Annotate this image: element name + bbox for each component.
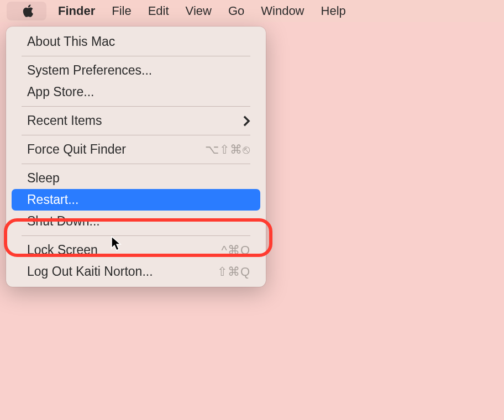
menubar-item-edit[interactable]: Edit	[140, 4, 177, 18]
menu-divider	[22, 164, 250, 164]
menu-item-app-store[interactable]: App Store...	[12, 81, 260, 103]
menubar-item-go[interactable]: Go	[220, 4, 253, 18]
apple-menu-button[interactable]	[7, 2, 46, 20]
menu-item-label: App Store...	[27, 85, 94, 99]
menubar: Finder File Edit View Go Window Help	[0, 0, 504, 22]
menubar-item-file[interactable]: File	[103, 4, 139, 18]
menubar-item-window[interactable]: Window	[253, 4, 312, 18]
menubar-item-view[interactable]: View	[177, 4, 220, 18]
chevron-right-icon	[243, 115, 250, 127]
menu-item-label: Shut Down...	[27, 214, 100, 229]
menu-shortcut: ⇧⌘Q	[217, 265, 250, 279]
menu-item-shut-down[interactable]: Shut Down...	[12, 211, 260, 232]
menubar-item-help[interactable]: Help	[313, 4, 354, 18]
apple-menu-dropdown: About This Mac System Preferences... App…	[6, 27, 266, 287]
menu-item-lock-screen[interactable]: Lock Screen ^⌘Q	[12, 239, 260, 261]
menu-divider	[22, 56, 250, 56]
menu-shortcut: ⌥⇧⌘⎋	[205, 143, 250, 157]
menu-item-label: System Preferences...	[27, 63, 152, 78]
menu-divider	[22, 235, 250, 236]
menu-item-sleep[interactable]: Sleep	[12, 167, 260, 189]
menubar-app-name[interactable]: Finder	[50, 4, 103, 18]
menu-item-label: Restart...	[27, 192, 78, 207]
menu-divider	[22, 135, 250, 135]
menu-item-label: Recent Items	[27, 113, 102, 128]
menu-item-system-preferences[interactable]: System Preferences...	[12, 60, 260, 81]
menu-item-force-quit[interactable]: Force Quit Finder ⌥⇧⌘⎋	[12, 139, 260, 160]
menu-item-about[interactable]: About This Mac	[12, 31, 260, 53]
menu-item-restart[interactable]: Restart...	[12, 189, 260, 211]
menu-item-label: About This Mac	[27, 34, 115, 49]
menu-divider	[22, 106, 250, 107]
menu-item-log-out[interactable]: Log Out Kaiti Norton... ⇧⌘Q	[12, 261, 260, 282]
menu-item-recent-items[interactable]: Recent Items	[12, 110, 260, 132]
menu-item-label: Lock Screen	[27, 243, 98, 258]
menu-item-label: Sleep	[27, 171, 60, 186]
menu-item-label: Force Quit Finder	[27, 142, 126, 157]
apple-logo-icon	[22, 4, 34, 18]
menu-item-label: Log Out Kaiti Norton...	[27, 264, 153, 279]
menu-shortcut: ^⌘Q	[222, 243, 250, 258]
